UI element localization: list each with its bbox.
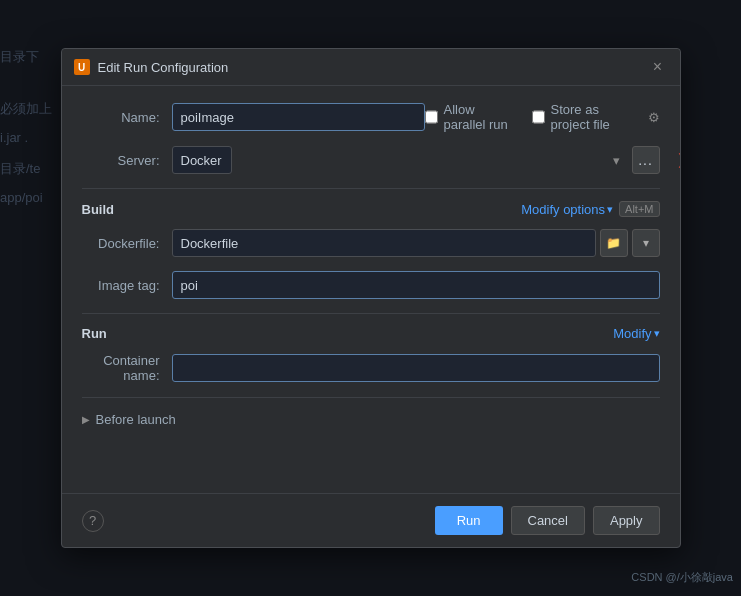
run-section-title: Run bbox=[82, 326, 107, 341]
server-row: Server: Docker ... ➤ bbox=[82, 146, 660, 174]
browse-folder-button[interactable]: 📁 bbox=[600, 229, 628, 257]
footer-right: Run Cancel Apply bbox=[435, 506, 660, 535]
folder-icon: 📁 bbox=[606, 236, 621, 250]
dockerfile-input-wrapper: 📁 ▾ bbox=[172, 229, 660, 257]
server-options-button[interactable]: ... ➤ bbox=[632, 146, 660, 174]
dialog-title: Edit Run Configuration bbox=[98, 60, 648, 75]
dockerfile-dropdown-button[interactable]: ▾ bbox=[632, 229, 660, 257]
run-button[interactable]: Run bbox=[435, 506, 503, 535]
run-section: Run Modify ▾ Container name: bbox=[82, 326, 660, 383]
container-name-input[interactable] bbox=[172, 354, 660, 382]
modify-button[interactable]: Modify bbox=[613, 326, 651, 341]
image-tag-row: Image tag: bbox=[82, 271, 660, 299]
separator-3 bbox=[82, 397, 660, 398]
footer-left: ? bbox=[82, 510, 104, 532]
before-launch-label: Before launch bbox=[96, 412, 176, 427]
build-section-header: Build Modify options ▾ Alt+M bbox=[82, 201, 660, 217]
server-select[interactable]: Docker bbox=[172, 146, 232, 174]
options-row: Allow parallel run Store as project file… bbox=[425, 102, 660, 132]
modify-chevron: ▾ bbox=[654, 327, 660, 340]
allow-parallel-label[interactable]: Allow parallel run bbox=[425, 102, 512, 132]
modify-options-chevron: ▾ bbox=[607, 203, 613, 216]
separator-2 bbox=[82, 313, 660, 314]
red-arrow-annotation: ➤ bbox=[676, 146, 680, 174]
store-as-project-checkbox[interactable] bbox=[532, 110, 545, 124]
run-section-header: Run Modify ▾ bbox=[82, 326, 660, 341]
dialog-footer: ? Run Cancel Apply bbox=[62, 493, 680, 547]
image-tag-input[interactable] bbox=[172, 271, 660, 299]
image-tag-label: Image tag: bbox=[82, 278, 172, 293]
edit-run-configuration-dialog: U Edit Run Configuration × Name: Allow p… bbox=[61, 48, 681, 548]
allow-parallel-checkbox[interactable] bbox=[425, 110, 438, 124]
name-input[interactable] bbox=[172, 103, 425, 131]
modify-container: Modify ▾ bbox=[613, 326, 659, 341]
dockerfile-input[interactable] bbox=[172, 229, 596, 257]
help-button[interactable]: ? bbox=[82, 510, 104, 532]
project-settings-icon[interactable]: ⚙ bbox=[648, 110, 660, 125]
chevron-down-icon: ▾ bbox=[643, 236, 649, 250]
dialog-icon: U bbox=[74, 59, 90, 75]
server-select-wrapper: Docker ... ➤ bbox=[172, 146, 660, 174]
modify-options-shortcut: Alt+M bbox=[619, 201, 659, 217]
separator-1 bbox=[82, 188, 660, 189]
store-as-project-label[interactable]: Store as project file bbox=[532, 102, 628, 132]
dialog-titlebar: U Edit Run Configuration × bbox=[62, 49, 680, 86]
modify-options-button[interactable]: Modify options bbox=[521, 202, 605, 217]
name-row: Name: Allow parallel run Store as projec… bbox=[82, 102, 660, 132]
build-section-title: Build bbox=[82, 202, 115, 217]
dialog-content: Name: Allow parallel run Store as projec… bbox=[62, 86, 680, 493]
dockerfile-label: Dockerfile: bbox=[82, 236, 172, 251]
container-name-row: Container name: bbox=[82, 353, 660, 383]
before-launch-section[interactable]: ▶ Before launch bbox=[82, 412, 660, 427]
server-label: Server: bbox=[82, 153, 172, 168]
name-label: Name: bbox=[82, 110, 172, 125]
close-button[interactable]: × bbox=[648, 57, 668, 77]
dockerfile-row: Dockerfile: 📁 ▾ bbox=[82, 229, 660, 257]
apply-button[interactable]: Apply bbox=[593, 506, 660, 535]
server-select-container: Docker bbox=[172, 146, 628, 174]
container-name-label: Container name: bbox=[82, 353, 172, 383]
expand-arrow-icon: ▶ bbox=[82, 414, 90, 425]
modify-options-container: Modify options ▾ Alt+M bbox=[521, 201, 659, 217]
cancel-button[interactable]: Cancel bbox=[511, 506, 585, 535]
